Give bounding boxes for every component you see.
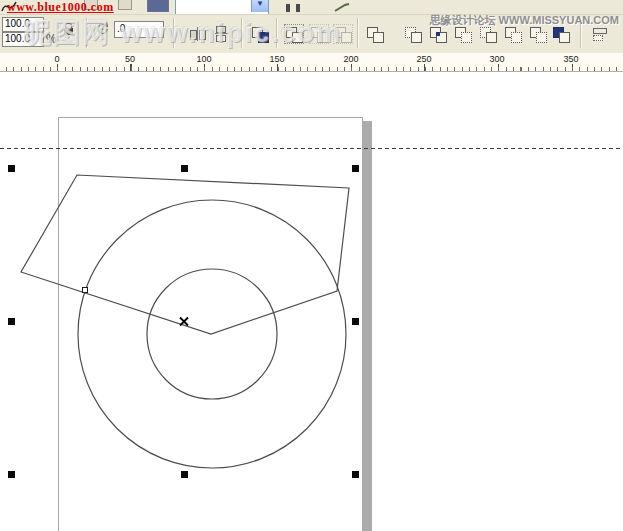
selection-handle[interactable] <box>352 471 359 478</box>
selection-handle[interactable] <box>181 471 188 478</box>
ruler-label: 100 <box>196 54 211 64</box>
nipic-watermark: 昵图网 www.nipic.com <box>24 15 342 51</box>
page-border <box>58 117 363 531</box>
ruler-label: 0 <box>54 54 59 64</box>
blue1000-watermark: www.blue1000.com <box>7 0 114 15</box>
clipped-label-fragment <box>296 4 300 12</box>
selection-handle[interactable] <box>352 318 359 325</box>
print-icon[interactable] <box>118 0 132 10</box>
selection-handle[interactable] <box>8 471 15 478</box>
import-icon[interactable] <box>147 0 169 12</box>
pen-icon[interactable] <box>333 2 351 13</box>
weld-icon[interactable] <box>365 24 385 44</box>
app-window: ▼ 100.0 100.0 % .0 www.blue1000.com 昵图网 … <box>0 0 623 531</box>
separator <box>357 18 359 48</box>
horizontal-ruler[interactable]: 050100150200250300350 <box>0 53 623 72</box>
ruler-label: 150 <box>269 54 284 64</box>
trim-icon[interactable] <box>403 24 423 44</box>
ruler-label: 50 <box>125 54 135 64</box>
missyuan-watermark: 思缘设计论坛 WWW.MISSYUAN.COM <box>430 13 619 28</box>
ruler-label: 350 <box>563 54 578 64</box>
page-shadow <box>363 121 372 531</box>
zoom-level-combo[interactable]: ▼ <box>175 0 269 15</box>
clipped-label-fragment <box>286 4 290 12</box>
selection-handle[interactable] <box>8 318 15 325</box>
selection-handle[interactable] <box>8 165 15 172</box>
ruler-label: 250 <box>416 54 431 64</box>
ruler-label: 300 <box>489 54 504 64</box>
selection-handle[interactable] <box>181 165 188 172</box>
chevron-down-icon[interactable]: ▼ <box>251 0 268 12</box>
selection-handle[interactable] <box>352 165 359 172</box>
ruler-label: 200 <box>343 54 358 64</box>
